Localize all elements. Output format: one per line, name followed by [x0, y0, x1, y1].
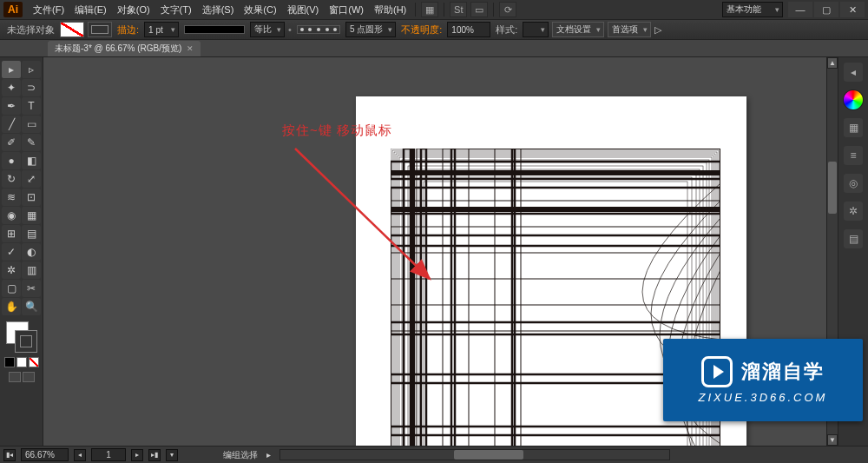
zoom-level[interactable]: 66.67%: [21, 448, 69, 461]
lasso-tool[interactable]: ⊃: [22, 79, 41, 96]
magic-wand-tool[interactable]: ✦: [2, 79, 21, 96]
screen-mode[interactable]: [9, 372, 35, 382]
scroll-down[interactable]: ▼: [827, 434, 838, 446]
arrange-icon[interactable]: ▭: [470, 2, 488, 17]
workspace-switcher[interactable]: 基本功能: [722, 2, 783, 17]
stroke-color[interactable]: [15, 330, 37, 353]
free-transform-tool[interactable]: ⊡: [22, 189, 41, 206]
zoom-tool[interactable]: 🔍: [22, 298, 41, 315]
artboard-tool[interactable]: ▢: [2, 280, 21, 297]
document-tab-bar: 未标题-3* @ 66.67% (RGB/预览) ✕: [0, 40, 868, 57]
menu-view[interactable]: 视图(V): [282, 2, 325, 18]
horizontal-scrollbar[interactable]: [279, 449, 670, 460]
mesh-tool[interactable]: ⊞: [2, 225, 21, 242]
artboard-prev[interactable]: ◂: [74, 449, 86, 461]
brushes-panel-icon[interactable]: ≡: [844, 146, 863, 165]
pen-tool[interactable]: ✒: [2, 97, 21, 115]
window-minimize[interactable]: —: [788, 2, 812, 17]
prefs-button[interactable]: 首选项: [608, 22, 651, 37]
stroke-swatch[interactable]: [88, 22, 112, 37]
layout-icon[interactable]: ▦: [421, 2, 438, 17]
status-bar: ▮◂ 66.67% ◂ 1 ▸ ▸▮ ▾ 编组选择 ▸: [0, 446, 868, 463]
scale-tool[interactable]: ⤢: [22, 170, 41, 188]
menu-object[interactable]: 对象(O): [112, 2, 155, 18]
watermark-url: ZIXUE.3D66.COM: [699, 391, 828, 404]
sync-icon[interactable]: ⟳: [499, 2, 516, 17]
color-mode-solid[interactable]: [4, 357, 15, 367]
svg-rect-12: [424, 182, 687, 446]
pencil-tool[interactable]: ✎: [22, 134, 41, 151]
color-controls[interactable]: [4, 320, 39, 354]
width-tool[interactable]: ≋: [2, 189, 21, 206]
shape-builder-tool[interactable]: ◉: [2, 207, 21, 224]
doc-setup-button[interactable]: 文档设置: [552, 22, 604, 37]
artboard-menu-icon[interactable]: ▾: [166, 449, 178, 461]
selection-tool[interactable]: ▸: [2, 61, 21, 78]
line-tool[interactable]: ╱: [2, 116, 21, 133]
symbols-panel-icon[interactable]: ✲: [844, 202, 863, 221]
watermark: 溜溜自学 ZIXUE.3D66.COM: [663, 339, 863, 421]
menu-help[interactable]: 帮助(H): [369, 2, 411, 18]
vscroll-thumb[interactable]: [828, 162, 837, 214]
swatches-panel-icon[interactable]: ▦: [844, 118, 863, 137]
paintbrush-tool[interactable]: ✐: [2, 134, 21, 151]
window-maximize[interactable]: ▢: [814, 2, 838, 17]
blob-brush-tool[interactable]: ●: [2, 152, 21, 169]
svg-rect-30: [391, 427, 720, 435]
slice-tool[interactable]: ✂: [22, 280, 41, 297]
perspective-tool[interactable]: ▦: [22, 207, 41, 224]
bridge-icon[interactable]: St: [450, 2, 467, 17]
stroke-panel-icon[interactable]: ◎: [844, 174, 863, 193]
brush-preview[interactable]: [297, 25, 340, 34]
style-dropdown[interactable]: [523, 22, 549, 37]
color-mode-gradient[interactable]: [16, 357, 27, 367]
symbol-sprayer-tool[interactable]: ✲: [2, 261, 21, 279]
fill-swatch[interactable]: [60, 22, 84, 37]
menu-window[interactable]: 窗口(W): [324, 2, 369, 18]
artboard-number[interactable]: 1: [91, 448, 126, 461]
blend-tool[interactable]: ◐: [22, 243, 41, 261]
hand-tool[interactable]: ✋: [2, 298, 21, 315]
play-icon: [701, 356, 733, 387]
graph-tool[interactable]: ▥: [22, 261, 41, 279]
annotation-arrow: [286, 144, 443, 288]
annotation-text: 按住~键 移动鼠标: [282, 122, 392, 139]
svg-rect-7: [404, 162, 707, 446]
opacity-field[interactable]: 100%: [447, 22, 490, 37]
menu-edit[interactable]: 编辑(E): [69, 2, 112, 18]
stroke-weight-dropdown[interactable]: 1 pt: [144, 22, 179, 37]
svg-rect-35: [512, 149, 515, 446]
app-icon: Ai: [3, 2, 23, 17]
gradient-tool[interactable]: ▤: [22, 225, 41, 242]
align-icon[interactable]: ▷: [654, 24, 661, 36]
tab-close-icon[interactable]: ✕: [187, 44, 194, 53]
hscroll-thumb[interactable]: [454, 450, 523, 460]
color-panel-icon[interactable]: [844, 90, 863, 109]
artboard-first[interactable]: ▮◂: [3, 449, 16, 461]
menu-effect[interactable]: 效果(C): [239, 2, 281, 18]
color-mode-none[interactable]: [29, 357, 39, 367]
opacity-label: 不透明度:: [399, 23, 444, 36]
artboard-next[interactable]: ▸: [131, 449, 143, 461]
stroke-profile[interactable]: [184, 25, 245, 34]
menu-type[interactable]: 文字(T): [155, 2, 197, 18]
eraser-tool[interactable]: ◧: [22, 152, 41, 169]
rectangle-tool[interactable]: ▭: [22, 116, 41, 133]
tool-hint: 编组选择: [223, 449, 258, 461]
expand-panels-icon[interactable]: ◂: [844, 63, 863, 82]
artboard-last[interactable]: ▸▮: [148, 449, 161, 461]
window-close[interactable]: ✕: [840, 2, 865, 17]
rotate-tool[interactable]: ↻: [2, 170, 21, 188]
tools-panel: ▸▹ ✦⊃ ✒T ╱▭ ✐✎ ●◧ ↻⤢ ≋⊡ ◉▦ ⊞▤ ✓◐ ✲▥ ▢✂ ✋…: [0, 57, 43, 446]
menu-file[interactable]: 文件(F): [28, 2, 69, 18]
type-tool[interactable]: T: [22, 97, 41, 115]
layers-panel-icon[interactable]: ▤: [844, 229, 863, 248]
style-label: 样式:: [494, 23, 519, 36]
menu-select[interactable]: 选择(S): [197, 2, 240, 18]
eyedropper-tool[interactable]: ✓: [2, 243, 21, 261]
scroll-up[interactable]: ▲: [827, 57, 838, 69]
document-tab[interactable]: 未标题-3* @ 66.67% (RGB/预览) ✕: [48, 41, 201, 56]
stroke-uniform-dropdown[interactable]: 等比: [250, 22, 285, 37]
brush-dropdown[interactable]: 5 点圆形: [345, 22, 396, 37]
direct-selection-tool[interactable]: ▹: [22, 61, 41, 78]
